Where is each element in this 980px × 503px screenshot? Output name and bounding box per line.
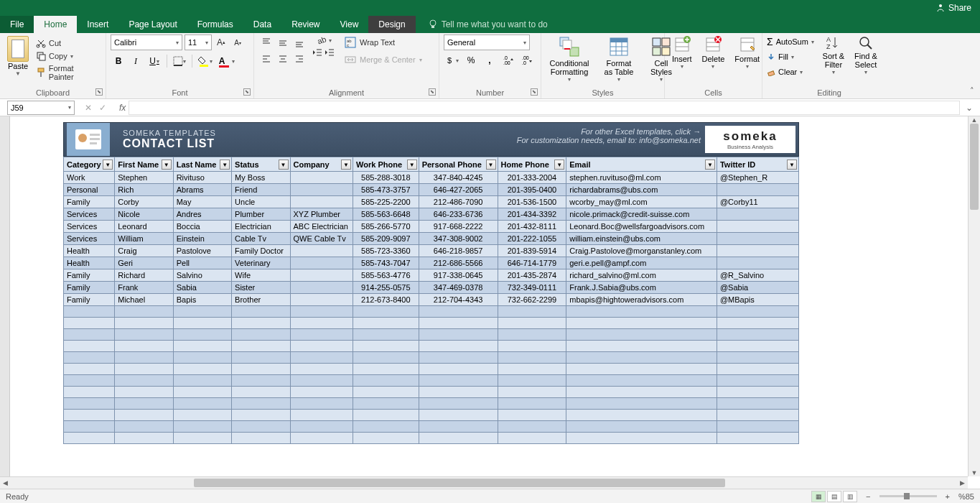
- expand-formula-bar-button[interactable]: ⌄: [966, 103, 976, 113]
- table-cell[interactable]: @Stephen_R: [717, 172, 798, 184]
- table-row[interactable]: FamilyFrankSabiaSister914-255-0575347-46…: [64, 282, 799, 294]
- insert-cells-button[interactable]: Insert▾: [669, 34, 695, 71]
- table-cell[interactable]: QWE Cable Tv: [290, 233, 353, 245]
- zoom-level[interactable]: %85: [958, 492, 974, 501]
- table-cell[interactable]: [290, 341, 353, 352]
- filter-button[interactable]: ▼: [554, 160, 564, 170]
- table-cell[interactable]: [717, 410, 798, 421]
- table-cell[interactable]: [232, 421, 290, 433]
- table-cell[interactable]: Plumber: [232, 208, 290, 221]
- table-cell[interactable]: [290, 184, 353, 196]
- table-cell[interactable]: @MBapis: [717, 294, 798, 306]
- table-cell[interactable]: [115, 398, 173, 410]
- table-cell[interactable]: [64, 306, 115, 318]
- table-cell[interactable]: 732-349-0111: [498, 282, 566, 294]
- table-cell[interactable]: [173, 364, 231, 375]
- table-cell[interactable]: [232, 398, 290, 410]
- format-cells-button[interactable]: Format▾: [732, 34, 762, 71]
- table-cell[interactable]: [717, 352, 798, 364]
- table-cell[interactable]: [290, 269, 353, 282]
- decrease-font-button[interactable]: A▾: [230, 34, 245, 50]
- table-cell[interactable]: [717, 306, 798, 318]
- table-cell[interactable]: [566, 364, 717, 375]
- table-cell[interactable]: @Sabia: [717, 282, 798, 294]
- table-cell[interactable]: [717, 398, 798, 410]
- wrap-text-button[interactable]: abcWrap Text: [342, 34, 424, 50]
- align-center-button[interactable]: [275, 51, 291, 67]
- table-cell[interactable]: 917-338-0645: [419, 269, 498, 282]
- table-cell[interactable]: [419, 387, 498, 398]
- table-row[interactable]: ServicesNicoleAndresPlumberXYZ Plumber58…: [64, 208, 799, 221]
- align-right-button[interactable]: [291, 51, 307, 67]
- table-cell[interactable]: [115, 329, 173, 341]
- filter-button[interactable]: ▼: [220, 160, 230, 170]
- table-cell[interactable]: Services: [64, 233, 115, 245]
- number-format-dropdown[interactable]: General▾: [444, 34, 530, 50]
- table-cell[interactable]: [353, 410, 419, 421]
- table-cell[interactable]: [115, 410, 173, 421]
- table-cell[interactable]: [64, 387, 115, 398]
- table-cell[interactable]: [64, 398, 115, 410]
- table-cell[interactable]: [498, 421, 566, 433]
- font-color-button[interactable]: A▾: [217, 53, 237, 69]
- column-header-first-name[interactable]: First Name▼: [115, 157, 173, 172]
- table-cell[interactable]: [566, 306, 717, 318]
- column-header-work-phone[interactable]: Work Phone▼: [353, 157, 419, 172]
- table-cell[interactable]: 201-839-5914: [498, 245, 566, 257]
- table-cell[interactable]: [173, 433, 231, 444]
- table-cell[interactable]: [232, 410, 290, 421]
- table-cell[interactable]: [717, 387, 798, 398]
- table-cell[interactable]: 212-686-5566: [419, 257, 498, 269]
- table-cell[interactable]: [115, 433, 173, 444]
- table-cell[interactable]: Andres: [173, 208, 231, 221]
- copy-button[interactable]: Copy▾: [34, 50, 101, 62]
- tab-review[interactable]: Review: [281, 16, 330, 33]
- table-cell[interactable]: [290, 433, 353, 444]
- tab-formulas[interactable]: Formulas: [187, 16, 243, 33]
- clipboard-dialog-launcher[interactable]: ⬊: [95, 88, 103, 96]
- zoom-out-button[interactable]: −: [866, 492, 870, 501]
- table-cell[interactable]: geri.e.pell@ampf.com: [566, 257, 717, 269]
- table-cell[interactable]: Brother: [232, 294, 290, 306]
- table-cell[interactable]: [566, 421, 717, 433]
- orientation-button[interactable]: ab▾: [312, 34, 335, 46]
- table-cell[interactable]: [353, 398, 419, 410]
- table-cell[interactable]: [419, 352, 498, 364]
- table-cell[interactable]: [566, 375, 717, 387]
- insert-function-button[interactable]: fx: [119, 103, 126, 113]
- table-cell[interactable]: [290, 172, 353, 184]
- zoom-slider[interactable]: [879, 495, 937, 497]
- table-cell[interactable]: [717, 221, 798, 233]
- table-row-empty[interactable]: [64, 352, 799, 364]
- table-cell[interactable]: [290, 352, 353, 364]
- table-cell[interactable]: [115, 375, 173, 387]
- table-cell[interactable]: 585-225-2200: [353, 196, 419, 208]
- table-row[interactable]: FamilyCorbyMayUncle585-225-2200212-486-7…: [64, 196, 799, 208]
- filter-button[interactable]: ▼: [341, 160, 351, 170]
- table-cell[interactable]: Abrams: [173, 184, 231, 196]
- table-cell[interactable]: [353, 433, 419, 444]
- table-cell[interactable]: [419, 375, 498, 387]
- column-header-status[interactable]: Status▼: [232, 157, 290, 172]
- tab-page-layout[interactable]: Page Layout: [118, 16, 187, 33]
- table-row[interactable]: HealthCraigPastoloveFamily Doctor585-723…: [64, 245, 799, 257]
- horizontal-scrollbar[interactable]: ◀ ▶: [0, 476, 968, 489]
- comma-button[interactable]: ,: [481, 52, 498, 68]
- table-cell[interactable]: 585-563-4776: [353, 269, 419, 282]
- table-cell[interactable]: ABC Electrician: [290, 221, 353, 233]
- table-cell[interactable]: [566, 433, 717, 444]
- table-cell[interactable]: 585-266-5770: [353, 221, 419, 233]
- table-cell[interactable]: [498, 433, 566, 444]
- tab-file[interactable]: File: [0, 16, 34, 33]
- table-cell[interactable]: 585-563-6648: [353, 208, 419, 221]
- table-cell[interactable]: [353, 364, 419, 375]
- table-cell[interactable]: [290, 318, 353, 329]
- accounting-format-button[interactable]: $▾: [444, 52, 461, 68]
- table-cell[interactable]: [173, 341, 231, 352]
- horizontal-scroll-thumb[interactable]: [194, 479, 725, 487]
- format-painter-button[interactable]: Format Painter: [34, 63, 101, 82]
- percent-button[interactable]: %: [462, 52, 480, 68]
- table-cell[interactable]: [173, 387, 231, 398]
- filter-button[interactable]: ▼: [486, 160, 496, 170]
- table-cell[interactable]: [498, 375, 566, 387]
